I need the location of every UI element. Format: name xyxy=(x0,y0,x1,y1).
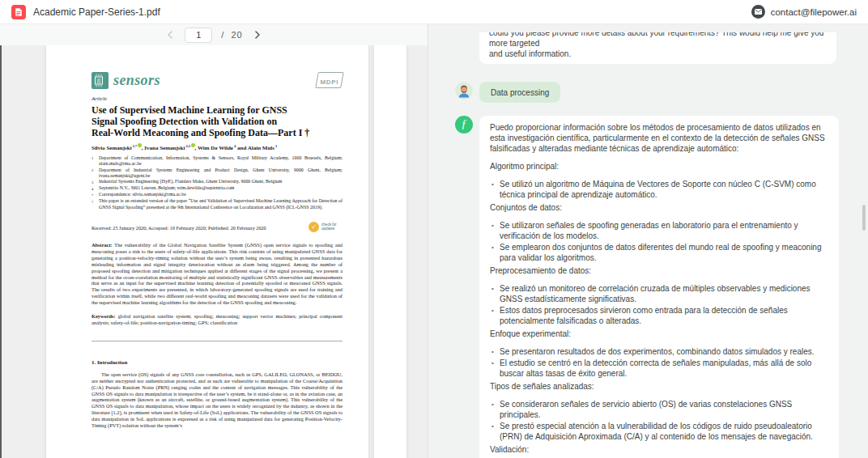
article-type: Article xyxy=(91,95,343,102)
orcid-icon xyxy=(191,143,195,147)
assistant-previous-clipped-line: could you please provide more details ab… xyxy=(489,32,827,49)
pdf-scroll-area[interactable]: sensors MDPI Article Use of Supervised M… xyxy=(0,45,428,458)
paper-title-line: Real-World Meaconing and Spoofing Data—P… xyxy=(91,127,343,138)
paper-abstract: Abstract: The vulnerability of the Globa… xyxy=(91,242,343,306)
affiliation-item: 3Industrial Systems Engineering (ISyE), … xyxy=(91,179,343,185)
pdf-viewer-pane: / 20 xyxy=(0,24,428,458)
pdf-next-page-edge xyxy=(374,45,406,458)
mdpi-logo: MDPI xyxy=(315,72,344,88)
ai-bullet-item: Se realizó un monitoreo de correlación c… xyxy=(490,283,828,304)
chat-scroll-area[interactable]: could you please provide more details ab… xyxy=(428,32,868,458)
assistant-avatar-icon: ƒ xyxy=(455,116,473,134)
affiliation-item: 1Department of Communication, Informatio… xyxy=(91,155,343,168)
ai-bullet-item: Se utilizaron señales de spoofing genera… xyxy=(490,220,828,241)
paper-keywords: Keywords: global navigation satellite sy… xyxy=(91,313,343,326)
assistant-previous-visible-line: and useful information. xyxy=(489,49,827,59)
page-count: / 20 xyxy=(221,30,242,40)
section-heading: 1. Introduction xyxy=(91,359,343,365)
ai-section-label: Tipos de señales analizadas: xyxy=(490,381,828,392)
pdf-page: sensors MDPI Article Use of Supervised M… xyxy=(46,45,368,458)
email-icon xyxy=(751,5,765,19)
ai-section-label: Validación: xyxy=(490,444,828,455)
file-name: Academic Paper-Series-1.pdf xyxy=(33,6,160,18)
page-number-input[interactable] xyxy=(185,28,212,43)
ai-bullet-list: Se presentaron resultados de dos experim… xyxy=(490,346,828,379)
user-message-row: Data processing xyxy=(455,82,840,103)
sensors-chip-icon xyxy=(91,72,108,89)
paper-title-line: Use of Supervised Machine Learning for G… xyxy=(91,104,343,116)
pdf-file-icon xyxy=(11,5,26,19)
ai-bullet-item: Se prestó especial atención a la vulnera… xyxy=(490,421,828,442)
ai-section-label: Conjuntos de datos: xyxy=(490,202,828,213)
user-avatar-icon xyxy=(455,82,473,100)
ai-bullet-item: El estudio se centró en la detección cor… xyxy=(490,358,828,379)
ai-section-label: Enfoque experimental: xyxy=(490,329,828,339)
next-page-button[interactable] xyxy=(252,29,263,40)
contact-info: contact@filepower.ai xyxy=(751,5,857,19)
affiliation-item: †This paper is an extended version of th… xyxy=(91,198,343,210)
check-icon: ✓ xyxy=(308,222,319,232)
affiliation-item: 4Septentrio N.V., 3001 Leuven, Belgium; … xyxy=(91,185,343,192)
user-message-bubble: Data processing xyxy=(479,82,560,103)
ai-bullet-item: Se emplearon dos conjuntos de datos dife… xyxy=(490,242,828,263)
paper-affiliations: 1Department of Communication, Informatio… xyxy=(91,155,343,210)
section-text: The open service (OS) signals of any GNS… xyxy=(91,371,343,429)
ai-bullet-list: Se realizó un monitoreo de correlación c… xyxy=(490,283,828,326)
author-name: Wim De Wilde xyxy=(198,145,233,151)
paper-authors: Silvio Semanjski 1,*, Ivana Semanjski 2,… xyxy=(91,143,343,151)
check-for-updates-badge: ✓ check for updates xyxy=(308,222,343,232)
affiliation-item: *Correspondence: silvio.semanjski@rma.ac… xyxy=(91,192,343,198)
author-name: Alain Muls xyxy=(248,145,274,151)
sidebar-edge xyxy=(0,45,2,458)
author-affil-marker: 1 xyxy=(274,144,277,148)
ai-bullet-list: Se utilizó un algoritmo de Máquina de Ve… xyxy=(490,179,828,200)
author-name: Silvio Semanjski xyxy=(91,145,132,151)
ai-paragraph: Puedo proporcionar información sobre los… xyxy=(490,122,828,154)
affiliation-item: 2Department of Industrial Systems Engine… xyxy=(91,168,343,180)
paper-dates: Received: 25 January 2020; Accepted: 19 … xyxy=(91,222,266,231)
ai-section-label: Preprocesamiento de datos: xyxy=(490,265,828,276)
ai-bullet-item: Se presentaron resultados de dos experim… xyxy=(490,346,828,357)
author-affil-marker: 4 xyxy=(233,144,236,148)
assistant-message-bubble: Puedo proporcionar información sobre los… xyxy=(479,116,839,458)
contact-email: contact@filepower.ai xyxy=(771,7,857,17)
chat-scrollbar-thumb[interactable] xyxy=(862,205,866,231)
orcid-icon xyxy=(138,143,142,147)
prev-page-button[interactable] xyxy=(164,29,176,40)
chat-panel: could you please provide more details ab… xyxy=(428,24,868,458)
ai-bullet-item: Estos datos preprocesados sirvieron como… xyxy=(490,305,828,326)
section-divider xyxy=(91,341,343,341)
journal-name: sensors xyxy=(113,72,160,89)
paper-header: sensors MDPI xyxy=(91,71,343,89)
pdf-toolbar: / 20 xyxy=(0,24,428,45)
paper-title: Use of Supervised Machine Learning for G… xyxy=(91,104,343,138)
assistant-message-row: ƒ Puedo proporcionar información sobre l… xyxy=(455,116,840,458)
ai-section-label: Algoritmo principal: xyxy=(490,161,828,172)
ai-bullet-list: Se consideraron señales de servicio abie… xyxy=(490,399,828,442)
author-affil-marker: 1,* xyxy=(132,144,138,148)
paper-dates-row: Received: 25 January 2020; Accepted: 19 … xyxy=(91,222,343,232)
ai-bullet-list: Se utilizaron señales de spoofing genera… xyxy=(490,220,828,263)
file-info: Academic Paper-Series-1.pdf xyxy=(11,5,160,19)
author-name: Ivana Semanjski xyxy=(144,145,185,151)
paper-title-line: Signal Spoofing Detection with Validatio… xyxy=(91,116,343,127)
assistant-message-previous: could you please provide more details ab… xyxy=(479,32,836,64)
journal-logo: sensors xyxy=(91,72,160,89)
top-bar: Academic Paper-Series-1.pdf contact@file… xyxy=(0,0,868,24)
author-affil-marker: 2,3 xyxy=(185,144,190,148)
ai-bullet-item: Se consideraron señales de servicio abie… xyxy=(490,399,828,420)
ai-bullet-item: Se utilizó un algoritmo de Máquina de Ve… xyxy=(490,179,828,200)
